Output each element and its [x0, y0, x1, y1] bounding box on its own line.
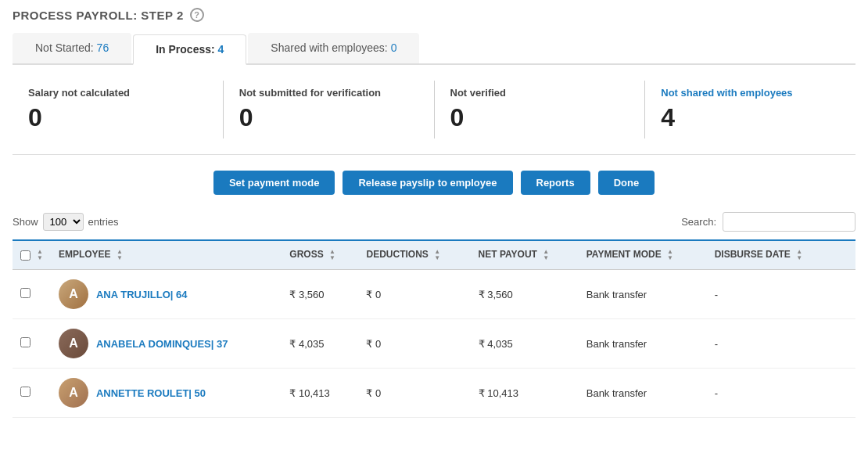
page-title-text: PROCESS PAYROLL: STEP 2 — [13, 9, 184, 22]
entries-select[interactable]: 10 25 50 100 — [43, 213, 84, 231]
stat-not-shared-value: 4 — [661, 103, 840, 132]
gross-cell: ₹ 3,560 — [282, 270, 358, 319]
net-payout-cell: ₹ 4,035 — [471, 319, 579, 369]
table-header-row: ▲▼ EMPLOYEE ▲▼ GROSS ▲▼ DEDUCTIONS ▲▼ NE… — [13, 240, 855, 270]
table-row: A ANABELA DOMINQUES| 37 ₹ 4,035 ₹ 0 ₹ 4,… — [13, 319, 855, 369]
tab-not-started-count: 76 — [97, 41, 109, 54]
header-net-payout-label: NET PAYOUT — [479, 249, 537, 260]
page-title: PROCESS PAYROLL: STEP 2 ? — [13, 8, 855, 22]
employee-cell: A ANNETTE ROULET| 50 — [51, 369, 282, 418]
disburse-date-cell: - — [707, 319, 836, 369]
table-row: A ANNETTE ROULET| 50 ₹ 10,413 ₹ 0 ₹ 10,4… — [13, 369, 855, 418]
tab-not-started[interactable]: Not Started: 76 — [13, 33, 131, 63]
header-payment-mode-label: PAYMENT MODE — [586, 249, 662, 260]
tab-shared[interactable]: Shared with employees: 0 — [248, 33, 419, 63]
reports-button[interactable]: Reports — [521, 171, 590, 195]
row-checkbox[interactable] — [20, 387, 30, 397]
select-all-checkbox[interactable] — [20, 250, 30, 261]
stat-salary-not-calc-value: 0 — [28, 103, 207, 132]
payment-mode-cell: Bank transfer — [579, 319, 707, 369]
entries-label: entries — [88, 216, 119, 228]
employee-table: ▲▼ EMPLOYEE ▲▼ GROSS ▲▼ DEDUCTIONS ▲▼ NE… — [13, 239, 855, 418]
tab-in-process[interactable]: In Process: 4 — [133, 34, 246, 65]
show-label: Show — [13, 216, 38, 228]
stat-not-shared-label: Not shared with employees — [661, 87, 840, 99]
stat-not-verified-value: 0 — [450, 103, 629, 132]
row-checkbox-cell — [13, 319, 51, 369]
release-payslip-button[interactable]: Release payslip to employee — [343, 171, 512, 195]
avatar-initials: A — [59, 378, 88, 408]
stat-salary-not-calc: Salary not calculated 0 — [13, 81, 224, 138]
disburse-date-cell: - — [707, 369, 836, 418]
net-payout-cell: ₹ 10,413 — [471, 369, 579, 418]
stat-not-submitted: Not submitted for verification 0 — [224, 81, 435, 138]
stat-not-submitted-value: 0 — [239, 103, 418, 132]
actions-cell — [836, 319, 855, 369]
net-payout-cell: ₹ 3,560 — [471, 270, 579, 319]
employee-name[interactable]: ANA TRUJILLO| 64 — [96, 289, 188, 300]
row-checkbox[interactable] — [20, 337, 30, 347]
stat-not-verified: Not verified 0 — [435, 81, 646, 138]
header-actions — [836, 240, 855, 270]
employee-name[interactable]: ANABELA DOMINQUES| 37 — [96, 338, 228, 350]
header-deductions: DEDUCTIONS ▲▼ — [358, 240, 470, 270]
header-gross: GROSS ▲▼ — [282, 240, 358, 270]
set-payment-mode-button[interactable]: Set payment mode — [213, 171, 335, 195]
stat-not-submitted-label: Not submitted for verification — [239, 87, 418, 99]
header-employee: EMPLOYEE ▲▼ — [51, 240, 282, 270]
sort-icon-net-payout[interactable]: ▲▼ — [543, 249, 549, 261]
gross-cell: ₹ 4,035 — [282, 319, 358, 369]
payment-mode-cell: Bank transfer — [579, 270, 707, 319]
deductions-cell: ₹ 0 — [358, 369, 470, 418]
search-label: Search: — [681, 216, 716, 228]
avatar: A — [59, 279, 88, 309]
disburse-date-cell: - — [707, 270, 836, 319]
header-net-payout: NET PAYOUT ▲▼ — [471, 240, 579, 270]
sort-icon-disburse-date[interactable]: ▲▼ — [796, 249, 802, 261]
sort-icon-payment-mode[interactable]: ▲▼ — [667, 249, 673, 261]
sort-icon-gross[interactable]: ▲▼ — [329, 249, 335, 261]
header-checkbox-col: ▲▼ — [13, 240, 51, 270]
stat-not-verified-label: Not verified — [450, 87, 629, 99]
stats-row: Salary not calculated 0 Not submitted fo… — [13, 81, 855, 155]
gross-cell: ₹ 10,413 — [282, 369, 358, 418]
tab-in-process-count: 4 — [218, 43, 224, 56]
show-entries-control: Show 10 25 50 100 entries — [13, 213, 119, 231]
tabs-container: Not Started: 76 In Process: 4 Shared wit… — [13, 33, 855, 65]
sort-icon-deductions[interactable]: ▲▼ — [434, 249, 440, 261]
tab-in-process-label: In Process: — [156, 43, 214, 56]
table-row: A ANA TRUJILLO| 64 ₹ 3,560 ₹ 0 ₹ 3,560 B… — [13, 270, 855, 319]
sort-icon-employee[interactable]: ▲▼ — [117, 249, 123, 261]
actions-cell — [836, 270, 855, 319]
header-deductions-label: DEDUCTIONS — [366, 249, 428, 260]
row-checkbox-cell — [13, 270, 51, 319]
table-controls: Show 10 25 50 100 entries Search: — [13, 212, 855, 232]
header-employee-label: EMPLOYEE — [59, 249, 111, 260]
deductions-cell: ₹ 0 — [358, 270, 470, 319]
header-disburse-date-label: DISBURSE DATE — [715, 249, 791, 260]
actions-cell — [836, 369, 855, 418]
stat-salary-not-calc-label: Salary not calculated — [28, 87, 207, 99]
deductions-cell: ₹ 0 — [358, 319, 470, 369]
sort-icon-employee-header: ▲▼ — [37, 249, 43, 261]
help-icon[interactable]: ? — [190, 8, 204, 22]
avatar-initials: A — [59, 329, 88, 358]
search-box: Search: — [681, 212, 855, 232]
action-buttons: Set payment mode Release payslip to empl… — [13, 171, 855, 195]
row-checkbox-cell — [13, 369, 51, 418]
header-payment-mode: PAYMENT MODE ▲▼ — [579, 240, 707, 270]
stat-not-shared: Not shared with employees 4 — [645, 81, 855, 138]
row-checkbox[interactable] — [20, 288, 30, 298]
avatar: A — [59, 378, 88, 408]
done-button[interactable]: Done — [598, 171, 655, 195]
tab-shared-count: 0 — [391, 41, 397, 54]
avatar: A — [59, 329, 88, 358]
employee-cell: A ANABELA DOMINQUES| 37 — [51, 319, 282, 369]
header-gross-label: GROSS — [289, 249, 323, 260]
employee-name[interactable]: ANNETTE ROULET| 50 — [96, 387, 206, 399]
employee-cell: A ANA TRUJILLO| 64 — [51, 270, 282, 319]
tab-not-started-label: Not Started: — [35, 41, 94, 54]
payment-mode-cell: Bank transfer — [579, 369, 707, 418]
search-input[interactable] — [723, 212, 855, 232]
tab-shared-label: Shared with employees: — [271, 41, 387, 54]
